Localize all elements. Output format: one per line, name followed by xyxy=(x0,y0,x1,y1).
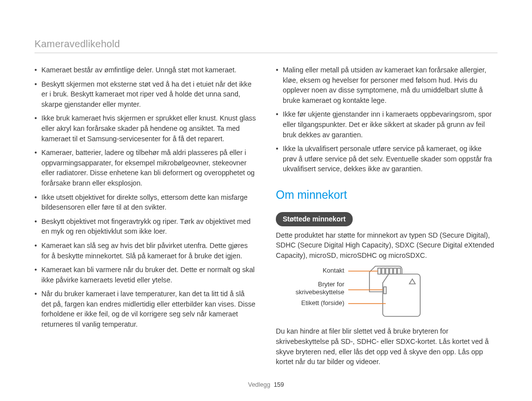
list-item: Kameraet kan bli varmere når du bruker d… xyxy=(34,265,256,285)
sd-label-switch-line1: Bryter for xyxy=(318,280,344,288)
header-divider xyxy=(34,53,498,53)
sd-card-figure: Kontakt Bryter for skrivebeskyttelse Eti… xyxy=(296,265,498,319)
sd-label-switch-line2: skrivebeskyttelse xyxy=(296,288,344,296)
sd-card-labels: Kontakt Bryter for skrivebeskyttelse Eti… xyxy=(296,265,344,308)
list-item: Ikke før ukjente gjenstander inn i kamer… xyxy=(276,109,498,140)
svg-rect-5 xyxy=(398,268,400,274)
svg-rect-0 xyxy=(378,268,381,274)
svg-rect-1 xyxy=(382,268,385,274)
right-column: Maling eller metall på utsiden av kamera… xyxy=(276,65,498,372)
left-bullet-list: Kameraet består av ømfintlige deler. Unn… xyxy=(34,65,256,330)
pill-supported-cards: Støttede minnekort xyxy=(276,212,353,226)
write-protect-paragraph: Du kan hindre at filer blir slettet ved … xyxy=(276,326,498,367)
page-footer: Vedlegg 159 xyxy=(0,381,532,388)
footer-section: Vedlegg xyxy=(248,381,270,388)
list-item: Beskytt objektivet mot fingeravtrykk og … xyxy=(34,216,256,237)
right-bullet-list: Maling eller metall på utsiden av kamera… xyxy=(276,65,498,174)
list-item: Maling eller metall på utsiden av kamera… xyxy=(276,65,498,105)
list-item: Ikke utsett objektivet for direkte solly… xyxy=(34,192,256,213)
svg-rect-3 xyxy=(390,268,393,274)
svg-rect-2 xyxy=(386,268,389,274)
sd-card-icon xyxy=(348,265,427,319)
list-item: Kameraet består av ømfintlige deler. Unn… xyxy=(34,65,256,75)
supported-cards-paragraph: Dette produktet har støtte for minnekort… xyxy=(276,230,498,261)
footer-page-number: 159 xyxy=(274,381,284,388)
svg-rect-6 xyxy=(384,287,386,294)
list-item: Kameraer, batterier, ladere og tilbehør … xyxy=(34,148,256,188)
list-item: Beskytt skjermen mot eksterne støt ved å… xyxy=(34,79,256,110)
list-item: Når du bruker kameraet i lave temperatur… xyxy=(34,289,256,329)
page-title: Kameravedlikehold xyxy=(34,38,498,50)
sd-label-front: Etikett (forside) xyxy=(301,299,344,308)
section-title-minnekort: Om minnekort xyxy=(276,187,498,203)
list-item: Kameraet kan slå seg av hvis det blir på… xyxy=(34,241,256,261)
list-item: Ikke bruk kameraet hvis skjermen er spru… xyxy=(34,113,256,144)
content-columns: Kameraet består av ømfintlige deler. Unn… xyxy=(34,65,498,372)
svg-rect-4 xyxy=(394,268,397,274)
sd-label-switch: Bryter for skrivebeskyttelse xyxy=(296,280,344,296)
list-item: Ikke la ukvalifisert personale utføre se… xyxy=(276,144,498,174)
sd-label-contact: Kontakt xyxy=(323,266,344,276)
left-column: Kameraet består av ømfintlige deler. Unn… xyxy=(34,65,256,372)
